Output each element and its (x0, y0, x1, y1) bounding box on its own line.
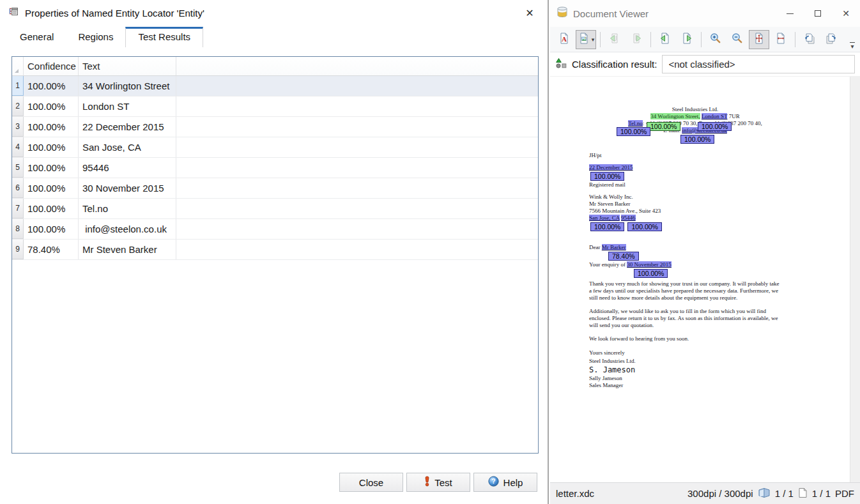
table-row[interactable]: 6100.00%30 November 2015 (12, 178, 538, 199)
badge-row: 100.00% (589, 269, 801, 278)
text-view-button[interactable]: A (554, 30, 574, 49)
row-number: 6 (12, 178, 24, 198)
next-attachment-button (626, 30, 647, 49)
prev-page-button[interactable] (655, 30, 675, 49)
table-row[interactable]: 5100.00%95446 (12, 158, 538, 178)
document-viewer-window: Document Viewer A▾ Classification result… (550, 0, 860, 504)
fit-width-button[interactable] (771, 30, 791, 49)
close-icon[interactable] (519, 3, 540, 22)
prev-document-button[interactable] (799, 30, 820, 49)
row-number: 4 (12, 137, 24, 157)
row-filler (176, 158, 538, 178)
help-button[interactable]: ? Help (473, 473, 537, 492)
letter-text: Dear (589, 244, 602, 250)
confidence-cell: 100.00% (24, 76, 79, 96)
table-row[interactable]: 2100.00%London ST (12, 96, 538, 117)
table-row[interactable]: 3100.00%22 December 2015 (12, 117, 538, 137)
row-number: 1 (12, 76, 24, 96)
minimize-icon[interactable] (776, 0, 804, 27)
close-icon[interactable] (832, 0, 860, 27)
entity-highlight: 22 December 2015 (589, 164, 633, 171)
badge-row: 100.00%100.00% (589, 222, 801, 231)
next-attachment-icon (630, 32, 643, 47)
table-row[interactable]: 8100.00% info@steelon.co.uk (12, 219, 538, 240)
document-viewer-icon (557, 6, 568, 20)
row-filler (176, 219, 538, 239)
letter-line: San Jose, CA 95446 (589, 215, 801, 222)
toolbar-separator (795, 32, 795, 47)
text-view-icon: A (558, 32, 571, 47)
confidence-badge: 100.00% (647, 122, 680, 131)
table-row[interactable]: 1100.00%34 Worlington Street (12, 76, 538, 96)
fit-page-button[interactable] (749, 30, 769, 49)
letter-text: Sally Jameson (589, 375, 622, 381)
test-button[interactable]: Test (406, 473, 470, 492)
row-filler (176, 240, 538, 259)
next-page-button[interactable] (677, 30, 697, 49)
letter-line: Dear Mr Barker (589, 244, 801, 251)
letter-line: 22 December 2015 (589, 164, 801, 171)
document-stack-icon (758, 487, 771, 500)
table-row[interactable]: 4100.00%San Jose, CA (12, 137, 538, 158)
badge-row: 78.40% (589, 252, 801, 261)
letter-line: Sales Manager (589, 382, 801, 389)
text-cell: San Jose, CA (79, 137, 176, 157)
text-cell: 95446 (79, 158, 176, 178)
confidence-cell: 100.00% (24, 219, 79, 239)
confidence-cell: 100.00% (24, 137, 79, 157)
next-document-button[interactable] (821, 30, 841, 49)
confidence-badge: 100.00% (617, 127, 650, 136)
status-dpi: 300dpi / 300dpi (687, 488, 753, 499)
row-filler (176, 117, 538, 137)
confidence-cell: 78.40% (24, 240, 79, 259)
vertical-scrollbar[interactable] (850, 77, 860, 482)
classification-value-field[interactable]: <not classified> (662, 55, 855, 73)
letter-text: 7566 Mountain Ave., Suite 423 (589, 208, 661, 214)
column-header-confidence[interactable]: Confidence (24, 57, 79, 75)
close-button[interactable]: Close (339, 473, 403, 492)
close-button-label: Close (359, 477, 383, 488)
text-cell: Mr Steven Barker (79, 240, 176, 259)
dialog-titlebar: Properties of Named Entity Locator 'Enti… (0, 0, 548, 26)
zoom-in-button[interactable] (705, 30, 726, 49)
text-cell: 30 November 2015 (79, 178, 176, 198)
letter-line: Steel Industries Ltd. (589, 106, 801, 113)
column-header-text[interactable]: Text (79, 57, 176, 75)
letter-paragraph: Additionally, we would like to ask you t… (589, 308, 801, 329)
letter-text: Your enquiry of (589, 261, 627, 268)
toolbar-separator (701, 32, 702, 47)
signature: S. Jameson (589, 365, 801, 374)
confidence-badge: 100.00% (698, 122, 732, 131)
confidence-badge: 100.00% (680, 135, 714, 144)
tab-regions[interactable]: Regions (66, 27, 125, 47)
letter-text: Wink & Wolly Inc. (589, 194, 633, 200)
document-preview[interactable]: Steel Industries Ltd.34 Worlington Stree… (550, 77, 860, 482)
confidence-cell: 100.00% (24, 199, 79, 218)
dialog-title: Properties of Named Entity Locator 'Enti… (25, 8, 204, 19)
fit-page-icon (753, 32, 765, 47)
tab-test-results[interactable]: Test Results (125, 27, 203, 47)
grid-header: Confidence Text (12, 57, 538, 76)
letter-text: Registered mail (589, 181, 626, 188)
toolbar-overflow-icon[interactable] (848, 42, 857, 49)
fit-width-icon (774, 32, 787, 47)
chevron-down-icon[interactable]: ▾ (592, 36, 595, 43)
table-row[interactable]: 7100.00%Tel.no (12, 199, 538, 219)
zoom-out-button[interactable] (727, 30, 748, 49)
status-bar: letter.xdc 300dpi / 300dpi 1 / 1 1 / 1 P… (550, 482, 860, 504)
table-row[interactable]: 978.40%Mr Steven Barker (12, 240, 538, 260)
tab-general[interactable]: General (8, 27, 66, 47)
grid-corner-cell[interactable] (12, 57, 24, 75)
image-view-button[interactable]: ▾ (576, 30, 596, 49)
badge-row: 100.00% (589, 172, 801, 181)
letter-text: Yours sincerely (589, 349, 625, 356)
help-icon: ? (488, 476, 499, 489)
entity-highlight: Mr Barker (602, 244, 626, 250)
status-right: 300dpi / 300dpi 1 / 1 1 / 1 PDF (687, 487, 854, 500)
tab-strip: General Regions Test Results (0, 26, 548, 47)
status-page-count: 1 / 1 (812, 488, 831, 499)
letter-line: Steel Industries Ltd. (589, 358, 801, 365)
maximize-icon[interactable] (804, 0, 832, 27)
letter-paragraph: Thank you very much for showing your tru… (589, 280, 801, 302)
row-filler (176, 178, 538, 198)
